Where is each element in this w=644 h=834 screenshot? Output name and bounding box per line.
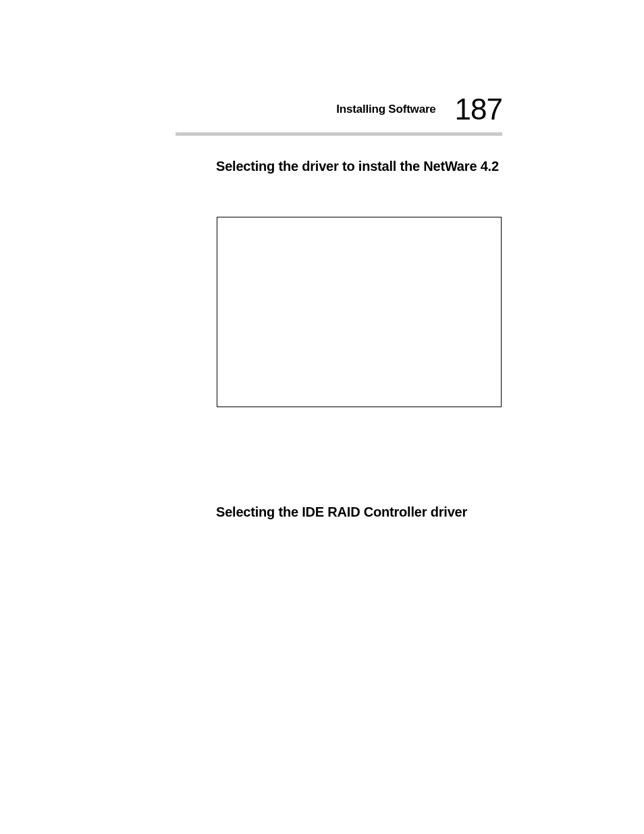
running-title: Installing Software (336, 103, 435, 116)
figure-placeholder (217, 217, 502, 407)
section-heading-1: Selecting the driver to install the NetW… (216, 159, 499, 174)
page-number: 187 (455, 95, 502, 124)
section-heading-2: Selecting the IDE RAID Controller driver (216, 504, 467, 520)
page: Installing Software 187 Selecting the dr… (0, 0, 644, 834)
header-rule (176, 132, 502, 136)
running-header: Installing Software 187 (336, 95, 502, 124)
